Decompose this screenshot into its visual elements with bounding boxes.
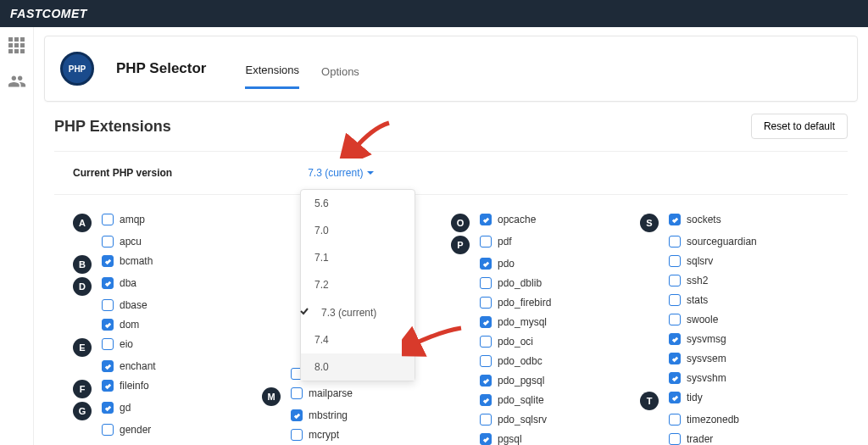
extension-item[interactable]: gender <box>102 424 151 436</box>
extension-item[interactable]: timezonedb <box>669 414 739 426</box>
extension-item[interactable]: mbstring <box>291 409 348 421</box>
checkbox-icon[interactable] <box>669 275 681 286</box>
checkbox-icon[interactable] <box>102 214 114 225</box>
checkbox-icon[interactable] <box>291 429 303 441</box>
checkbox-checked-icon[interactable] <box>669 372 681 384</box>
extension-item[interactable]: apcu <box>102 236 142 248</box>
version-option[interactable]: 8.0 <box>301 353 415 381</box>
extension-item[interactable]: stats <box>669 294 708 306</box>
checkbox-checked-icon[interactable] <box>102 402 114 414</box>
extension-item[interactable]: sysvmsg <box>669 333 726 345</box>
annotation-arrow <box>338 116 398 159</box>
extension-item[interactable]: sockets <box>669 214 721 225</box>
checkbox-checked-icon[interactable] <box>669 214 681 225</box>
extension-item[interactable]: dbase <box>102 299 147 311</box>
extension-item[interactable]: amqp <box>102 214 145 225</box>
checkbox-icon[interactable] <box>102 299 114 311</box>
extension-item[interactable]: sourceguardian <box>669 236 757 248</box>
extension-item[interactable]: dom <box>102 319 139 331</box>
checkbox-checked-icon[interactable] <box>291 409 303 421</box>
version-option[interactable]: 7.2 <box>301 271 415 298</box>
checkbox-checked-icon[interactable] <box>480 375 492 387</box>
checkbox-icon[interactable] <box>480 277 492 289</box>
checkbox-checked-icon[interactable] <box>102 319 114 331</box>
extension-label: tidy <box>687 392 703 403</box>
version-option[interactable]: 5.6 <box>301 190 415 217</box>
checkbox-checked-icon[interactable] <box>480 316 492 328</box>
checkbox-checked-icon[interactable] <box>480 433 492 445</box>
checkbox-checked-icon[interactable] <box>669 392 681 403</box>
version-option-label: 7.3 (current) <box>321 307 376 319</box>
extension-item[interactable]: pdo <box>480 258 515 270</box>
extension-item[interactable]: pdo_sqlsrv <box>480 414 547 426</box>
extension-item[interactable]: trader <box>669 433 713 445</box>
extension-item[interactable]: pdf <box>480 236 512 248</box>
checkbox-icon[interactable] <box>480 336 492 348</box>
checkbox-checked-icon[interactable] <box>102 360 114 372</box>
extension-item[interactable]: eio <box>102 338 133 350</box>
extension-item[interactable]: dba <box>102 277 136 289</box>
checkbox-icon[interactable] <box>669 314 681 325</box>
extension-item[interactable]: swoole <box>669 314 718 325</box>
extension-item[interactable]: pdo_sqlite <box>480 394 544 406</box>
extension-item[interactable]: pdo_oci <box>480 336 533 348</box>
checkbox-icon[interactable] <box>102 338 114 350</box>
extension-item[interactable]: fileinfo <box>102 380 149 392</box>
checkbox-checked-icon[interactable] <box>102 380 114 392</box>
extension-item[interactable]: sysvshm <box>669 372 726 384</box>
extension-item[interactable]: gd <box>102 402 131 414</box>
extension-label: pdo_oci <box>498 336 533 348</box>
checkbox-icon[interactable] <box>669 294 681 306</box>
letter-badge: O <box>451 214 470 232</box>
checkbox-checked-icon[interactable] <box>669 333 681 345</box>
checkbox-icon[interactable] <box>480 236 492 248</box>
reset-button[interactable]: Reset to default <box>751 114 848 139</box>
extension-item[interactable]: sysvsem <box>669 353 726 364</box>
checkbox-checked-icon[interactable] <box>480 258 492 270</box>
version-option[interactable]: 7.3 (current) <box>301 298 415 326</box>
checkbox-icon[interactable] <box>102 236 114 248</box>
extension-item[interactable]: sqlsrv <box>669 255 713 267</box>
extension-label: pdo_odbc <box>498 355 542 367</box>
extension-item[interactable]: ssh2 <box>669 275 708 286</box>
checkbox-checked-icon[interactable] <box>480 394 492 406</box>
checkbox-checked-icon[interactable] <box>102 255 114 267</box>
checkbox-icon[interactable] <box>669 255 681 267</box>
version-dropdown-trigger[interactable]: 7.3 (current) <box>308 167 373 179</box>
version-option[interactable]: 7.1 <box>301 244 415 271</box>
version-option-label: 5.6 <box>314 197 329 209</box>
checkbox-icon[interactable] <box>480 355 492 367</box>
checkbox-icon[interactable] <box>480 414 492 426</box>
extension-item[interactable]: tidy <box>669 392 703 403</box>
extension-label: mailparse <box>309 387 353 399</box>
version-option[interactable]: 7.0 <box>301 217 415 244</box>
tab-options[interactable]: Options <box>321 65 359 88</box>
extension-item[interactable]: mcrypt <box>291 429 339 441</box>
top-bar: FASTCOMET <box>0 0 868 27</box>
users-icon[interactable] <box>8 72 26 94</box>
checkbox-icon[interactable] <box>480 297 492 309</box>
letter-badge: B <box>73 255 92 274</box>
checkbox-checked-icon[interactable] <box>669 353 681 364</box>
extension-item[interactable]: mailparse <box>291 387 353 399</box>
checkbox-icon[interactable] <box>669 236 681 248</box>
version-option-label: 7.2 <box>314 279 329 291</box>
extension-item[interactable]: bcmath <box>102 255 153 267</box>
version-option[interactable]: 7.4 <box>301 326 415 353</box>
checkbox-icon[interactable] <box>102 424 114 436</box>
extension-item[interactable]: pdo_firebird <box>480 297 551 309</box>
checkbox-icon[interactable] <box>291 387 303 399</box>
checkbox-icon[interactable] <box>669 433 681 445</box>
checkbox-checked-icon[interactable] <box>480 214 492 225</box>
extension-item[interactable]: pgsql <box>480 433 522 445</box>
apps-icon[interactable] <box>8 37 25 53</box>
extension-item[interactable]: enchant <box>102 360 156 372</box>
checkbox-icon[interactable] <box>669 414 681 426</box>
extension-item[interactable]: pdo_dblib <box>480 277 542 289</box>
extension-item[interactable]: pdo_pgsql <box>480 375 544 387</box>
extension-item[interactable]: pdo_mysql <box>480 316 547 328</box>
tab-extensions[interactable]: Extensions <box>245 64 299 89</box>
checkbox-checked-icon[interactable] <box>102 277 114 289</box>
extension-item[interactable]: pdo_odbc <box>480 355 542 367</box>
extension-item[interactable]: opcache <box>480 214 536 225</box>
